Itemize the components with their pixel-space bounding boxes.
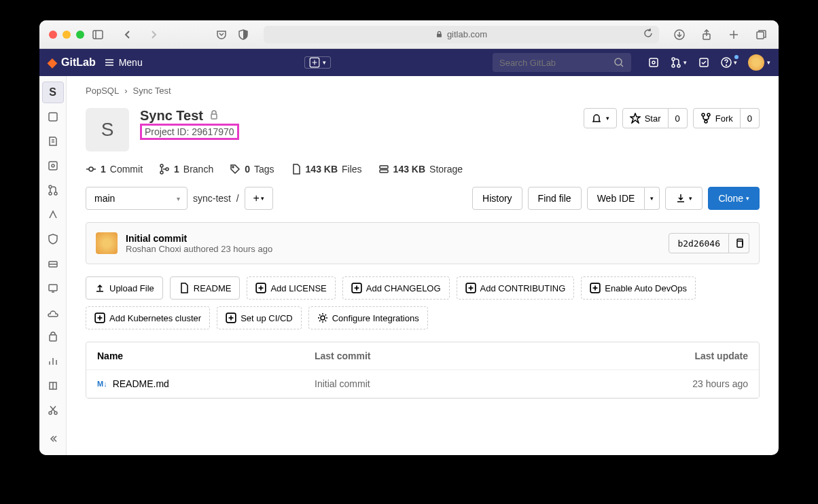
back-button[interactable] bbox=[120, 26, 136, 43]
browser-titlebar: gitlab.com bbox=[39, 20, 779, 49]
svg-point-29 bbox=[49, 192, 52, 195]
sidebar-project-info[interactable] bbox=[42, 106, 64, 128]
search-box[interactable] bbox=[493, 53, 631, 72]
setup-cicd-button[interactable]: Set up CI/CD bbox=[217, 306, 302, 329]
sidebar-cicd[interactable] bbox=[42, 204, 64, 226]
svg-rect-0 bbox=[93, 31, 103, 39]
web-ide-dropdown[interactable]: ▾ bbox=[645, 187, 660, 210]
svg-line-41 bbox=[51, 406, 56, 412]
sidebar-wiki[interactable] bbox=[42, 375, 64, 397]
close-window-button[interactable] bbox=[49, 31, 57, 39]
sidebar-monitor[interactable] bbox=[42, 277, 64, 299]
sidebar-snippets[interactable] bbox=[42, 399, 64, 421]
web-ide-button[interactable]: Web IDE bbox=[587, 187, 645, 210]
clone-button[interactable]: Clone ▾ bbox=[708, 187, 760, 210]
chevron-right-icon: › bbox=[124, 86, 127, 96]
sidebar-infrastructure[interactable] bbox=[42, 302, 64, 323]
lock-icon bbox=[435, 31, 443, 38]
fork-count[interactable]: 0 bbox=[741, 108, 760, 128]
configure-integrations-button[interactable]: Configure Integrations bbox=[308, 306, 428, 329]
svg-point-76 bbox=[321, 316, 325, 320]
issues-icon[interactable] bbox=[647, 56, 660, 69]
sidebar-collapse[interactable] bbox=[42, 428, 64, 450]
svg-line-14 bbox=[621, 65, 623, 67]
branch-select[interactable]: main bbox=[86, 187, 188, 210]
svg-point-19 bbox=[677, 65, 680, 67]
star-count[interactable]: 0 bbox=[669, 108, 688, 128]
sidebar-toggle-icon[interactable] bbox=[90, 26, 106, 43]
enable-autodevops-button[interactable]: Enable Auto DevOps bbox=[581, 276, 696, 300]
pocket-icon[interactable] bbox=[213, 26, 230, 43]
forward-button[interactable] bbox=[145, 26, 162, 43]
maximize-window-button[interactable] bbox=[76, 31, 84, 39]
find-file-button[interactable]: Find file bbox=[528, 187, 582, 210]
notification-dropdown[interactable]: ▾ bbox=[584, 108, 617, 128]
quick-actions: Upload File README Add LICENSE Add CHANG… bbox=[86, 276, 760, 329]
svg-marker-44 bbox=[630, 113, 640, 123]
svg-point-51 bbox=[160, 164, 163, 167]
file-last-update: 23 hours ago bbox=[646, 378, 748, 389]
reload-icon[interactable] bbox=[643, 28, 654, 41]
stat-commits[interactable]: 1 Commit bbox=[86, 164, 143, 175]
commit-title[interactable]: Initial commit bbox=[126, 233, 272, 244]
sidebar-analytics[interactable] bbox=[42, 350, 64, 372]
stat-tags[interactable]: 0 Tags bbox=[230, 164, 274, 175]
svg-line-42 bbox=[50, 406, 55, 412]
sidebar-project-avatar[interactable]: S bbox=[42, 82, 64, 103]
svg-rect-33 bbox=[49, 285, 57, 291]
sidebar-merge-requests[interactable] bbox=[42, 179, 64, 201]
star-label: Star bbox=[645, 113, 661, 124]
add-k8s-button[interactable]: Add Kubernetes cluster bbox=[86, 306, 210, 329]
file-row[interactable]: M↓README.md Initial commit 23 hours ago bbox=[86, 370, 759, 398]
readme-button[interactable]: README bbox=[170, 276, 241, 300]
download-button[interactable]: ▾ bbox=[665, 187, 703, 210]
fork-button[interactable]: Fork bbox=[693, 108, 741, 128]
stat-files[interactable]: 143 KB Files bbox=[291, 164, 362, 175]
file-last-commit: Initial commit bbox=[315, 378, 646, 389]
url-bar[interactable]: gitlab.com bbox=[264, 26, 659, 43]
add-changelog-button[interactable]: Add CHANGELOG bbox=[342, 276, 450, 300]
add-contributing-button[interactable]: Add CONTRIBUTING bbox=[457, 276, 575, 300]
gitlab-topbar: ◆ GitLab Menu ▾ ▾ ▾ ▾ bbox=[39, 49, 779, 76]
sidebar-deployments[interactable] bbox=[42, 253, 64, 274]
share-icon[interactable] bbox=[698, 26, 715, 43]
sidebar-issues[interactable] bbox=[42, 155, 64, 177]
help-icon[interactable]: ▾ bbox=[721, 56, 737, 69]
repo-toolbar: main sync-test / + ▾ History Find file W… bbox=[86, 187, 760, 210]
sidebar-security[interactable] bbox=[42, 228, 64, 250]
hamburger-icon bbox=[104, 57, 115, 68]
svg-rect-35 bbox=[50, 335, 56, 341]
add-file-dropdown[interactable]: + ▾ bbox=[245, 187, 273, 210]
search-input[interactable] bbox=[499, 58, 614, 68]
th-update: Last update bbox=[646, 350, 748, 361]
svg-point-17 bbox=[672, 58, 675, 60]
add-license-button[interactable]: Add LICENSE bbox=[247, 276, 335, 300]
shield-icon[interactable] bbox=[235, 26, 251, 43]
star-button[interactable]: Star bbox=[622, 108, 669, 128]
menu-label: Menu bbox=[119, 57, 143, 68]
breadcrumb-group[interactable]: PopSQL bbox=[86, 86, 119, 96]
copy-sha-button[interactable] bbox=[729, 233, 749, 253]
plus-dropdown[interactable]: ▾ bbox=[304, 56, 331, 69]
tabs-icon[interactable] bbox=[753, 26, 769, 43]
history-button[interactable]: History bbox=[472, 187, 522, 210]
sidebar-packages[interactable] bbox=[42, 326, 64, 348]
upload-file-button[interactable]: Upload File bbox=[86, 276, 163, 300]
breadcrumb-project[interactable]: Sync Test bbox=[133, 86, 171, 96]
menu-button[interactable]: Menu bbox=[104, 57, 143, 68]
user-avatar-dropdown[interactable]: ▾ bbox=[748, 54, 770, 71]
project-header: S Sync Test Project ID: 29617970 ▾ Star … bbox=[86, 108, 760, 151]
gitlab-logo[interactable]: ◆ GitLab bbox=[48, 55, 96, 70]
minimize-window-button[interactable] bbox=[63, 31, 71, 39]
stat-branches[interactable]: 1 Branch bbox=[159, 164, 213, 175]
sidebar-repository[interactable] bbox=[42, 130, 64, 152]
svg-rect-15 bbox=[650, 58, 658, 67]
svg-point-16 bbox=[652, 61, 655, 64]
breadcrumb: PopSQL › Sync Test bbox=[86, 86, 760, 96]
download-icon[interactable] bbox=[671, 26, 688, 43]
merge-requests-icon[interactable]: ▾ bbox=[671, 56, 687, 69]
new-tab-icon[interactable] bbox=[726, 26, 742, 43]
file-table: Name Last commit Last update M↓README.md… bbox=[86, 342, 760, 399]
todo-icon[interactable] bbox=[698, 56, 710, 69]
stat-storage[interactable]: 143 KB Storage bbox=[378, 164, 463, 175]
